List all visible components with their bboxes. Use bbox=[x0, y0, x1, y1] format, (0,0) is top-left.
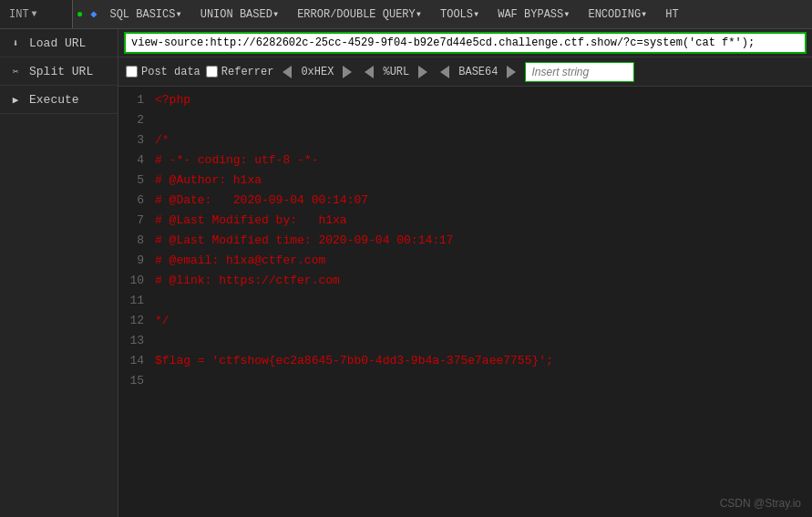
line-number: 7 bbox=[118, 211, 155, 231]
table-row: 4# -*- coding: utf-8 -*- bbox=[118, 150, 812, 171]
execute-icon: ▶ bbox=[7, 91, 24, 108]
table-row: 7# @Last Modified by: h1xa bbox=[118, 211, 812, 231]
base64-label: BASE64 bbox=[458, 66, 498, 78]
table-row: 10# @link: https://ctfer.com bbox=[118, 271, 812, 291]
hex-right-arrow[interactable] bbox=[339, 64, 355, 80]
table-row: 5# @Author: h1xa bbox=[118, 171, 812, 191]
int-label: INT bbox=[9, 8, 29, 21]
base64-arrow-left-icon bbox=[440, 66, 449, 78]
execute-label: Execute bbox=[29, 93, 79, 107]
table-row: 6# @Date: 2020-09-04 00:14:07 bbox=[118, 191, 812, 211]
hex-arrow-left-icon bbox=[283, 66, 292, 78]
line-number: 11 bbox=[118, 291, 155, 311]
referrer-group[interactable]: Referrer bbox=[206, 66, 274, 78]
line-number: 2 bbox=[118, 110, 155, 130]
line-content bbox=[155, 110, 812, 130]
load-url-icon: ⬇ bbox=[7, 35, 24, 51]
menu-indicator-green: ● bbox=[73, 0, 87, 28]
url-arrow-left-icon bbox=[365, 66, 374, 78]
line-content: # @Last Modified time: 2020-09-04 00:14:… bbox=[155, 231, 812, 251]
menu-error-double[interactable]: ERROR/DOUBLE QUERY▾ bbox=[288, 0, 431, 28]
encoding-label: ENCODING▾ bbox=[588, 7, 647, 21]
line-number: 1 bbox=[118, 90, 155, 110]
split-url-icon: ✂ bbox=[7, 63, 24, 79]
line-content: /* bbox=[155, 130, 812, 150]
url-bar bbox=[118, 29, 812, 57]
tools-label: TOOLS▾ bbox=[440, 7, 479, 21]
hex-label: 0xHEX bbox=[301, 66, 334, 78]
line-number: 4 bbox=[118, 150, 155, 171]
line-content: <?php bbox=[155, 90, 812, 110]
hex-arrow-right-icon bbox=[343, 66, 352, 78]
table-row: 15 bbox=[118, 371, 812, 391]
line-number: 12 bbox=[118, 311, 155, 331]
line-number: 9 bbox=[118, 251, 155, 271]
table-row: 2 bbox=[118, 110, 812, 130]
line-number: 6 bbox=[118, 191, 155, 211]
line-content: */ bbox=[155, 311, 812, 331]
table-row: 13 bbox=[118, 331, 812, 351]
load-url-label: Load URL bbox=[29, 36, 86, 50]
union-based-label: UNION BASED▾ bbox=[200, 7, 279, 21]
menu-sql-basics[interactable]: SQL BASICS▾ bbox=[100, 0, 190, 28]
error-double-label: ERROR/DOUBLE QUERY▾ bbox=[297, 7, 422, 21]
referrer-checkbox[interactable] bbox=[206, 66, 218, 78]
menu-encoding[interactable]: ENCODING▾ bbox=[579, 0, 656, 28]
post-data-checkbox[interactable] bbox=[126, 66, 138, 78]
line-content: # @Last Modified by: h1xa bbox=[155, 211, 812, 231]
line-content bbox=[155, 371, 812, 391]
referrer-label: Referrer bbox=[221, 66, 274, 78]
menu-tools[interactable]: TOOLS▾ bbox=[431, 0, 488, 28]
line-number: 10 bbox=[118, 271, 155, 291]
base64-right-arrow[interactable] bbox=[503, 64, 519, 80]
base64-left-arrow[interactable] bbox=[437, 64, 453, 80]
waf-bypass-label: WAF BYPASS▾ bbox=[498, 7, 570, 21]
line-number: 8 bbox=[118, 231, 155, 251]
line-content: # @Date: 2020-09-04 00:14:07 bbox=[155, 191, 812, 211]
menu-waf-bypass[interactable]: WAF BYPASS▾ bbox=[488, 0, 579, 28]
line-number: 15 bbox=[118, 371, 155, 391]
line-number: 13 bbox=[118, 331, 155, 351]
table-row: 1<?php bbox=[118, 90, 812, 110]
post-data-group[interactable]: Post data bbox=[126, 66, 200, 78]
table-row: 3/* bbox=[118, 130, 812, 150]
watermark: CSDN @Stray.io bbox=[720, 497, 801, 510]
menu-union-based[interactable]: UNION BASED▾ bbox=[191, 0, 288, 28]
sidebar: ⬇ Load URL ✂ Split URL ▶ Execute bbox=[0, 29, 118, 517]
table-row: 8# @Last Modified time: 2020-09-04 00:14… bbox=[118, 231, 812, 251]
base64-arrow-right-icon bbox=[507, 66, 516, 78]
line-number: 14 bbox=[118, 351, 155, 371]
post-data-label: Post data bbox=[141, 66, 200, 78]
sidebar-item-execute[interactable]: ▶ Execute bbox=[0, 86, 118, 114]
hex-left-arrow[interactable] bbox=[279, 64, 295, 80]
main-area: Post data Referrer 0xHEX %URL BASE64 bbox=[118, 29, 812, 517]
url-encode-label: %URL bbox=[383, 66, 409, 78]
sql-basics-label: SQL BASICS▾ bbox=[109, 7, 181, 21]
line-content: # @Author: h1xa bbox=[155, 171, 812, 191]
url-input[interactable] bbox=[124, 32, 807, 54]
split-url-label: Split URL bbox=[29, 65, 93, 78]
line-content: # @link: https://ctfer.com bbox=[155, 271, 812, 291]
line-content bbox=[155, 331, 812, 351]
url-right-arrow[interactable] bbox=[415, 64, 431, 80]
sidebar-item-load-url[interactable]: ⬇ Load URL bbox=[0, 29, 118, 57]
code-view: 1<?php2 3/*4# -*- coding: utf-8 -*-5# @A… bbox=[118, 87, 812, 517]
table-row: 11 bbox=[118, 291, 812, 311]
toolbar-row: Post data Referrer 0xHEX %URL BASE64 bbox=[118, 57, 812, 87]
url-left-arrow[interactable] bbox=[361, 64, 377, 80]
menu-ht[interactable]: HT bbox=[656, 0, 687, 28]
insert-string-input[interactable] bbox=[525, 62, 634, 82]
url-arrow-right-icon bbox=[418, 66, 427, 78]
table-row: 9# @email: h1xa@ctfer.com bbox=[118, 251, 812, 271]
line-content bbox=[155, 291, 812, 311]
line-number: 5 bbox=[118, 171, 155, 191]
table-row: 12*/ bbox=[118, 311, 812, 331]
menu-indicator-blue: ◆ bbox=[87, 0, 100, 28]
table-row: 14$flag = 'ctfshow{ec2a8645-7bb0-4dd3-9b… bbox=[118, 351, 812, 371]
line-content: # -*- coding: utf-8 -*- bbox=[155, 150, 812, 171]
line-content: # @email: h1xa@ctfer.com bbox=[155, 251, 812, 271]
int-arrow: ▼ bbox=[32, 9, 37, 19]
sidebar-item-split-url[interactable]: ✂ Split URL bbox=[0, 57, 118, 86]
menu-int[interactable]: INT ▼ bbox=[0, 0, 73, 28]
menu-bar: INT ▼ ● ◆ SQL BASICS▾ UNION BASED▾ ERROR… bbox=[0, 0, 812, 29]
